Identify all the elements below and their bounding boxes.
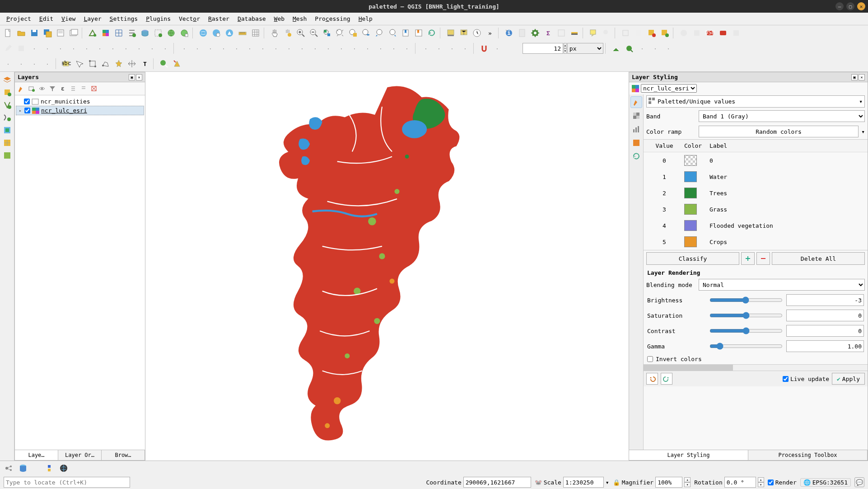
plugin-c-button[interactable]: OSM [704,27,716,39]
menu-plugins[interactable]: Plugins [142,14,174,24]
class-row[interactable]: 3Grass [644,201,868,217]
remove-class-button[interactable] [756,252,770,265]
add-group-button[interactable] [27,84,37,94]
identify-button[interactable]: i [503,27,515,39]
zoom-native-button[interactable] [321,27,333,39]
redo-style-button[interactable] [661,373,672,385]
overflow-1-button[interactable]: » [484,27,496,39]
zoom-out-button[interactable] [308,27,320,39]
class-color-swatch[interactable] [684,171,697,182]
band-select[interactable]: Band 1 (Gray) [699,110,865,122]
add-raster-button[interactable] [99,27,112,39]
styling-hscrollbar[interactable] [644,364,868,371]
layer-visibility-checkbox[interactable] [24,99,30,104]
remove-layer-button[interactable] [89,84,99,94]
expand-all-button[interactable] [68,84,78,94]
magnifier-input[interactable] [655,477,682,488]
render-checkbox[interactable] [768,480,774,485]
visibility-button[interactable] [37,84,47,94]
font-unit-select[interactable]: px [567,43,603,54]
scale-lock-icon[interactable]: 🐭 [535,479,542,486]
decorations-button[interactable] [568,27,581,39]
refresh-button[interactable] [425,27,438,39]
database-button[interactable] [17,462,29,474]
add-class-button[interactable] [741,252,755,265]
class-label[interactable]: 0 [708,156,865,165]
zoom-next-button[interactable] [386,27,399,39]
class-color-swatch[interactable] [684,155,697,166]
render-type-select[interactable]: Paletted/Unique values ▾ [646,95,865,108]
expression-filter-button[interactable]: ε [58,84,68,94]
plugins-web-button[interactable] [58,462,70,474]
font-size-down[interactable]: ▾ [564,48,567,54]
pan-selection-button[interactable] [281,27,294,39]
quickosm-button[interactable] [158,57,170,70]
expander-icon[interactable]: ▸ [18,108,23,113]
symbology-tab-button[interactable] [630,96,642,108]
new-bookmark-button[interactable] [399,27,412,39]
add-wms-button[interactable] [165,27,177,39]
menu-raster[interactable]: Raster [205,14,233,24]
filter-legend-button[interactable] [47,84,57,94]
layer-name[interactable]: ncr_municities [41,98,90,105]
saturation-value[interactable] [786,310,864,321]
tab-browser[interactable]: Brow… [102,450,145,460]
rotation-down[interactable]: ▾ [758,482,764,487]
menu-settings[interactable]: Settings [106,14,142,24]
add-virtual-button[interactable] [152,27,164,39]
class-row[interactable]: 5Crops [644,234,868,250]
datasource-manager-button[interactable] [1,74,13,85]
menu-mesh[interactable]: Mesh [289,14,310,24]
magnifier-up[interactable]: ▴ [684,477,691,482]
live-update-checkbox[interactable] [783,376,789,382]
attr-table-button[interactable] [249,27,262,39]
histogram-tab-button[interactable] [630,123,642,135]
class-value[interactable]: 5 [646,238,682,246]
menu-edit[interactable]: Edit [36,14,57,24]
node-tool-button[interactable] [73,57,86,70]
zoom-in-button[interactable] [294,27,307,39]
panel-close-button[interactable]: ✕ [136,74,142,80]
class-color-swatch[interactable] [684,188,697,198]
select-all-button[interactable] [658,27,671,39]
deselect-button[interactable] [645,27,658,39]
zoom-last-button[interactable] [373,27,386,39]
saturation-slider[interactable] [709,312,783,319]
move-tool-button[interactable] [126,57,138,70]
class-color-swatch[interactable] [684,236,697,247]
invert-colors-checkbox[interactable] [647,356,653,362]
new-geopackage-button[interactable] [1,86,13,98]
apply-button[interactable]: ✔ Apply [832,373,865,385]
panel-float-button[interactable]: ▣ [851,74,858,80]
layout-manager-button[interactable] [67,27,80,39]
new-map-view-button[interactable] [444,27,457,39]
brightness-slider[interactable] [709,296,783,304]
menu-help[interactable]: Help [355,14,376,24]
panel-float-button[interactable]: ▣ [129,74,135,80]
layer-row-lulc[interactable]: ▸ ncr_lulc_esri [16,106,144,115]
globe-zoom-button[interactable] [210,27,223,39]
show-bookmarks-button[interactable] [412,27,425,39]
temporal-button[interactable] [471,27,483,39]
menu-layer[interactable]: Layer [80,14,105,24]
add-mesh-button[interactable] [112,27,125,39]
window-close-button[interactable]: ✕ [857,2,865,10]
add-xyz-button[interactable] [178,27,191,39]
style-manager-button[interactable] [16,84,26,94]
collapse-all-button[interactable] [79,84,89,94]
zoom-full-button[interactable] [334,27,346,39]
class-value[interactable]: 4 [646,221,682,230]
class-row[interactable]: 4Flooded vegetation [644,217,868,234]
save-as-button[interactable] [41,27,54,39]
new-shapefile-button[interactable] [1,99,13,111]
label-pin-button[interactable] [610,42,622,55]
rotation-input[interactable] [724,477,756,488]
class-label[interactable]: Grass [708,205,865,214]
menu-view[interactable]: View [58,14,79,24]
toolbox-button[interactable] [529,27,541,39]
scale-input[interactable] [563,477,604,488]
font-size-input[interactable] [523,43,563,54]
gamma-value[interactable] [786,340,864,352]
undo-style-button[interactable] [646,373,658,385]
panel-close-button[interactable]: ✕ [859,74,865,80]
